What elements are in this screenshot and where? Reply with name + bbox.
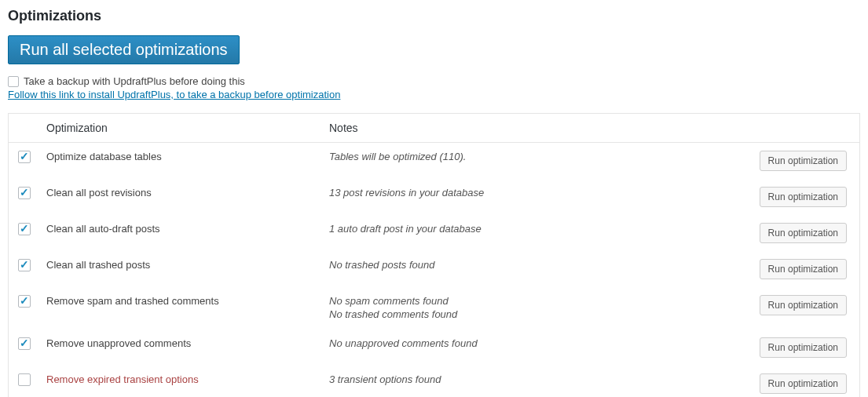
table-row: Remove expired transient options3 transi… [9, 366, 860, 397]
run-optimization-button[interactable]: Run optimization [760, 259, 847, 279]
optimizations-table: Optimization Notes Optimize database tab… [8, 113, 860, 397]
optimization-name: Clean all auto-draft posts [46, 223, 160, 235]
run-optimization-button[interactable]: Run optimization [760, 223, 847, 243]
page-title: Optimizations [8, 8, 860, 24]
col-notes-header: Notes [321, 114, 734, 143]
run-optimization-button[interactable]: Run optimization [760, 373, 847, 394]
table-row: Clean all auto-draft posts1 auto draft p… [9, 215, 860, 251]
run-optimization-button[interactable]: Run optimization [760, 337, 847, 358]
optimization-name: Remove spam and trashed comments [46, 295, 219, 307]
run-all-button[interactable]: Run all selected optimizations [8, 35, 240, 64]
run-optimization-button[interactable]: Run optimization [760, 187, 847, 207]
table-row: Remove spam and trashed commentsNo spam … [9, 287, 860, 330]
optimization-name: Clean all trashed posts [46, 259, 150, 271]
run-optimization-button[interactable]: Run optimization [760, 151, 847, 171]
run-optimization-button[interactable]: Run optimization [760, 295, 847, 315]
optimization-name: Remove expired transient options [46, 373, 199, 385]
table-row: Remove unapproved commentsNo unapproved … [9, 330, 860, 366]
backup-checkbox[interactable] [8, 76, 19, 87]
optimization-note: No trashed posts found [329, 259, 727, 271]
optimization-name: Optimize database tables [46, 151, 162, 162]
row-checkbox[interactable] [18, 151, 31, 163]
row-checkbox[interactable] [18, 337, 31, 350]
install-updraftplus-link[interactable]: Follow this link to install UpdraftPlus,… [8, 89, 340, 100]
backup-checkbox-label: Take a backup with UpdraftPlus before do… [24, 75, 245, 87]
optimization-note: No spam comments found [329, 295, 727, 307]
optimization-name: Remove unapproved comments [46, 337, 191, 349]
row-checkbox[interactable] [18, 187, 31, 199]
row-checkbox[interactable] [18, 223, 31, 235]
optimization-note: 13 post revisions in your database [329, 187, 727, 198]
col-optimization-header: Optimization [38, 114, 321, 143]
row-checkbox[interactable] [18, 259, 31, 271]
optimization-note: No trashed comments found [329, 308, 727, 320]
table-row: Clean all post revisions13 post revision… [9, 179, 860, 215]
optimization-note: Tables will be optimized (110). [329, 151, 727, 162]
table-row: Clean all trashed postsNo trashed posts … [9, 251, 860, 287]
optimization-note: No unapproved comments found [329, 337, 727, 349]
optimization-note: 3 transient options found [329, 373, 727, 385]
row-checkbox[interactable] [18, 295, 31, 308]
optimization-name: Clean all post revisions [46, 187, 152, 198]
col-checkbox-header [9, 114, 39, 143]
optimization-note: 1 auto draft post in your database [329, 223, 727, 235]
table-row: Optimize database tablesTables will be o… [9, 143, 860, 180]
row-checkbox[interactable] [18, 373, 31, 386]
col-action-header [734, 114, 860, 143]
